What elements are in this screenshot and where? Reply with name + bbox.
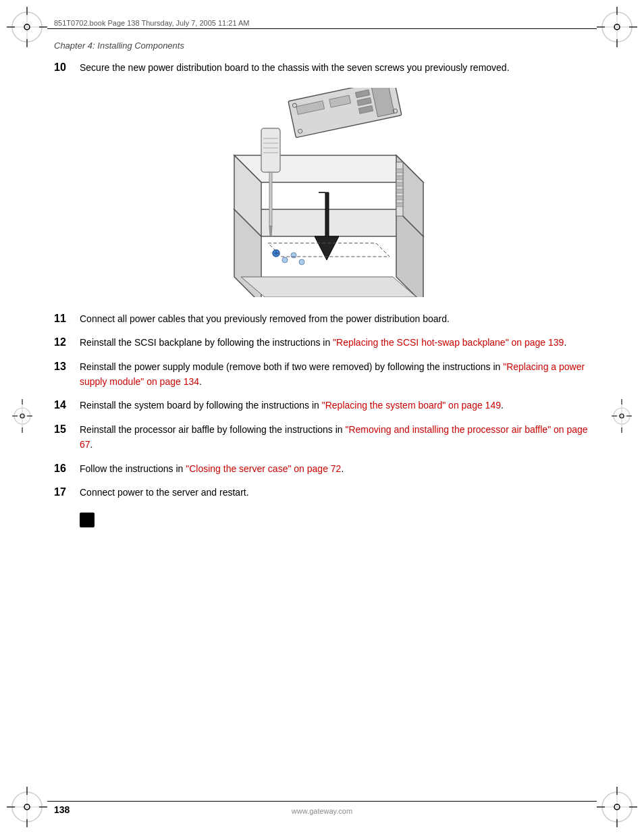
corner-mark-tr (597, 7, 637, 47)
step-text-13: Reinstall the power supply module (remov… (80, 360, 590, 389)
svg-rect-80 (396, 203, 403, 207)
page-content: 10 Secure the new power distribution boa… (54, 61, 590, 530)
step-12: 12 Reinstall the SCSI backplane by follo… (54, 336, 590, 350)
svg-rect-75 (396, 169, 403, 173)
step-number-17: 17 (54, 486, 80, 498)
step-number-12: 12 (54, 336, 80, 348)
svg-rect-72 (269, 172, 272, 226)
step-number-15: 15 (54, 423, 80, 436)
link-system-board[interactable]: "Replacing the system board" on page 149 (322, 400, 501, 411)
side-mark-right (612, 399, 632, 436)
header-rule (47, 28, 597, 29)
link-scsi-backplane[interactable]: "Replacing the SCSI hot-swap backplane" … (333, 337, 564, 348)
corner-mark-bl (7, 787, 47, 827)
step-text-11: Connect all power cables that you previo… (80, 312, 590, 327)
svg-point-85 (291, 253, 296, 258)
step-text-12: Reinstall the SCSI backplane by followin… (80, 336, 590, 350)
side-mark-left (12, 399, 32, 436)
step-number-13: 13 (54, 360, 80, 373)
link-power-supply[interactable]: "Replacing a power supply module" on pag… (80, 361, 585, 387)
step-text-17: Connect power to the server and restart. (80, 486, 590, 500)
svg-rect-77 (396, 182, 403, 186)
svg-marker-54 (241, 277, 417, 297)
installation-diagram (194, 88, 450, 297)
svg-rect-76 (396, 176, 403, 180)
step-number-14: 14 (54, 398, 80, 411)
link-air-baffle[interactable]: "Removing and installing the processor a… (80, 424, 588, 450)
svg-point-86 (299, 259, 304, 265)
step-13: 13 Reinstall the power supply module (re… (54, 360, 590, 389)
step-10: 10 Secure the new power distribution boa… (54, 61, 590, 76)
svg-point-84 (282, 257, 288, 263)
step-15: 15 Reinstall the processor air baffle by… (54, 423, 590, 452)
step-16: 16 Follow the instructions in "Closing t… (54, 462, 590, 477)
step-text-16: Follow the instructions in "Closing the … (80, 462, 590, 477)
chapter-heading: Chapter 4: Installing Components (54, 41, 184, 51)
step-text-14: Reinstall the system board by following … (80, 398, 590, 413)
header-file-info: 851T0702.book Page 138 Thursday, July 7,… (54, 19, 249, 27)
step-number-16: 16 (54, 462, 80, 475)
page-number: 138 (54, 804, 70, 815)
svg-rect-79 (396, 196, 403, 200)
footer-url: www.gateway.com (292, 807, 352, 815)
svg-marker-73 (269, 226, 272, 236)
footer-rule (47, 801, 597, 802)
step-11: 11 Connect all power cables that you pre… (54, 312, 590, 327)
step-text-10: Secure the new power distribution board … (80, 61, 590, 76)
corner-mark-br (597, 787, 637, 827)
step-14: 14 Reinstall the system board by followi… (54, 398, 590, 413)
svg-rect-78 (396, 189, 403, 193)
svg-rect-67 (261, 128, 280, 172)
step-number-11: 11 (54, 312, 80, 325)
step-number-10: 10 (54, 61, 80, 74)
link-closing-case[interactable]: "Closing the server case" on page 72 (186, 463, 341, 474)
stop-marker (80, 513, 95, 527)
corner-mark-tl (7, 7, 47, 47)
step-17: 17 Connect power to the server and resta… (54, 486, 590, 500)
diagram-container (54, 88, 590, 297)
step-text-15: Reinstall the processor air baffle by fo… (80, 423, 590, 452)
